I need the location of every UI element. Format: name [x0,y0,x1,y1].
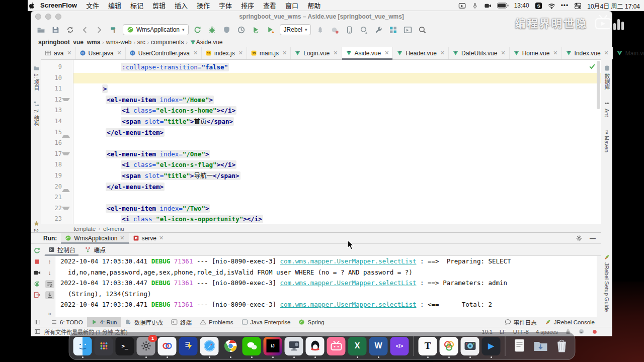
tool-strip-Ant[interactable]: Ant [604,100,610,117]
toolbar-button-debug[interactable] [207,24,218,35]
tab-close-icon[interactable]: ✕ [238,50,243,56]
s-app-icon[interactable]: S [535,2,542,10]
tab-close-icon[interactable]: ✕ [117,50,122,56]
fold-marker-icon[interactable] [62,152,70,159]
toolbar-button-run-update[interactable] [251,24,262,35]
console-tool-arrow-up[interactable]: ↑ [45,258,54,266]
dock-documents-icon[interactable] [510,337,529,355]
toolbar-button-hammer[interactable] [108,24,119,35]
menu-item-标记[interactable]: 标记 [130,2,143,10]
toolbar-button-sync[interactable] [64,24,75,35]
toolbar-button-hotswap[interactable] [265,24,276,35]
breadcrumb-item-Aside.vue[interactable]: Aside.vue [190,39,223,46]
menu-item-排序[interactable]: 排序 [241,2,254,10]
tab-ava[interactable]: ava✕ [41,47,76,59]
tab-main.js[interactable]: JSmain.js✕ [247,47,291,59]
apple-icon[interactable] [28,2,36,10]
dock-screenflow-icon[interactable] [285,337,303,355]
menu-item-文件[interactable]: 文件 [86,2,99,10]
toolbar-button-plugin-update[interactable] [358,24,369,35]
dock-chrome-icon[interactable] [221,337,240,355]
red-dot-icon[interactable] [592,329,598,335]
notification-dot-icon[interactable] [592,329,598,335]
dock-cloud-app-icon[interactable] [158,337,177,355]
editor-breadcrumb[interactable]: template›el-menu [73,225,124,233]
toolwindow-Problems[interactable]: Problems [196,317,237,327]
tab-User.java[interactable]: CUser.java✕ [76,47,126,59]
panel-toggle-icon[interactable] [34,328,41,335]
toolwindow-数据库更改[interactable]: 数据库更改 [121,317,167,327]
run-tool-exit[interactable] [33,291,42,299]
s-app-icon[interactable]: S [535,2,542,10]
toolbar-button-search[interactable] [417,24,428,35]
breadcrumb-item-wms-web[interactable]: wms-web [106,39,132,46]
tab-Home.vue[interactable]: Home.vue✕ [510,47,562,59]
mic-icon[interactable] [471,2,478,9]
apple-icon[interactable] [28,2,36,10]
fold-marker-icon[interactable] [62,207,70,214]
dock-finder-icon[interactable] [73,337,92,355]
tab-close-icon[interactable]: ✕ [67,50,71,56]
dock-system-preferences-icon[interactable]: 1 [137,337,155,355]
toolbar-button-rerun[interactable] [192,24,203,35]
hector-inspector-icon[interactable] [578,328,585,335]
dock-qq-icon[interactable] [306,337,325,355]
screen-record-icon[interactable] [458,2,466,10]
tab-UserController.java[interactable]: CUserController.java✕ [126,47,202,59]
console-output[interactable]: 2022-10-04 17:03:30.441 DEBUG 71361 --- … [55,256,597,317]
screen-record-icon[interactable] [458,2,466,10]
menu-item-窗口[interactable]: 窗口 [285,2,298,10]
run-tab-WmsApplication[interactable]: WmsApplication✕ [61,233,128,244]
breadcrumb-item-springboot_vue_wms[interactable]: springboot_vue_wms [38,39,100,46]
toolbar-button-back-arrow[interactable] [79,24,90,35]
toolwindow-JRebel Console[interactable]: JRebel Console [541,317,599,327]
tool-strip-JRebel Setup Guide[interactable]: JRebel Setup Guide [604,254,610,312]
tab-Index.vue[interactable]: Index.vue✕ [562,47,613,59]
toolbar-button-coverage[interactable] [221,24,232,35]
tab-Header.vue[interactable]: Header.vue✕ [393,47,449,59]
tab-close-icon[interactable]: ✕ [159,235,164,241]
mic-icon[interactable] [471,2,478,9]
editor-breadcrumb-template[interactable]: template [73,226,96,232]
dock-bilibili-icon[interactable] [327,337,346,355]
hector-icon[interactable] [578,328,585,335]
dock-lightning-app-icon[interactable] [179,337,198,355]
tab-close-icon[interactable]: ✕ [384,50,389,56]
console-tab-控制台[interactable]: 控制台 [44,244,79,256]
toolwindow-4: Run[interactable]: 4: Run [87,317,121,327]
menu-item-帮助[interactable]: 帮助 [307,2,320,10]
tab-close-icon[interactable]: ✕ [333,50,338,56]
tab-Aside.vue[interactable]: Aside.vue✕ [342,47,393,59]
title-bar[interactable]: springboot_vue_wms – Aside.vue [springbo… [31,11,612,22]
toolbar-button-folder-open[interactable] [35,24,46,35]
window-sq-icon[interactable] [34,319,41,325]
battery-icon[interactable] [497,3,509,9]
fold-marker-icon[interactable] [62,131,70,138]
menu-item-操作[interactable]: 操作 [197,2,210,10]
tab-Main.vue[interactable]: Main.vue✕ [613,47,644,59]
tab-close-icon[interactable]: ✕ [282,50,287,56]
tab-close-icon[interactable]: ✕ [501,50,505,56]
tool-strip-数据库[interactable]: 数据库 [603,65,611,90]
control-center-icon[interactable] [574,2,582,10]
toolbar-button-run-window[interactable] [402,24,413,35]
menu-item-编辑[interactable]: 编辑 [108,2,121,10]
dock-excel-icon[interactable]: X [348,337,367,355]
console-tool-softwrap[interactable] [45,280,54,288]
tool-window-toggle-icon[interactable] [34,319,41,325]
toolwindow-Spring[interactable]: Spring [294,317,328,327]
menu-item-字体[interactable]: 字体 [219,2,232,10]
tool-strip-1: 项目[interactable]: 1: 项目 [32,65,40,90]
window-sq-icon[interactable] [34,328,41,335]
run-tool-restart-debug[interactable] [33,280,42,288]
fold-marker-icon[interactable] [62,98,70,105]
control-center-icon[interactable] [574,2,582,10]
toolbar-button-wrench[interactable] [373,24,384,35]
console-tab-端点[interactable]: 端点 [80,244,110,256]
dock-downloads-icon[interactable] [531,337,550,355]
dock-terminal-icon[interactable]: >_ [116,337,134,355]
breadcrumb[interactable]: springboot_vue_wms›wms-web›src›component… [38,37,222,47]
toolbar-button-rocket-muted[interactable] [314,24,326,35]
editor-gutter[interactable]: 91011121314151617181920212223 [41,60,73,224]
wifi-icon[interactable] [548,2,555,10]
